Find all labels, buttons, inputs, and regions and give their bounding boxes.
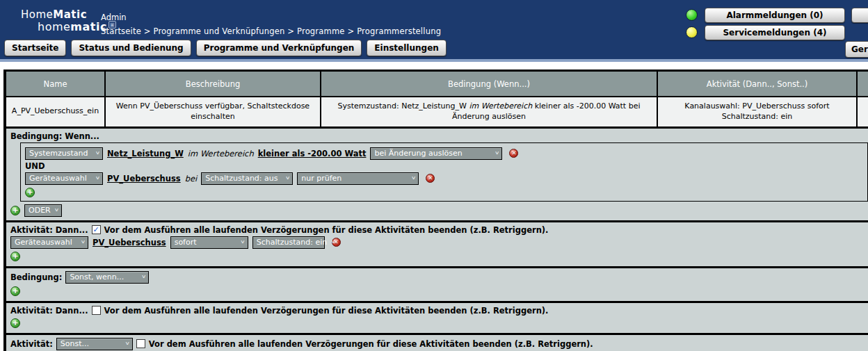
elseif-select[interactable]: Sonst, wenn...v bbox=[65, 271, 149, 284]
program-description: Wenn PV_Üeberschuss verfügbar, Schaltste… bbox=[110, 101, 316, 122]
alarm-status-led bbox=[686, 9, 698, 21]
condition1-mode-text: im Wertebereich bbox=[188, 149, 254, 158]
chevron-down-icon: v bbox=[96, 150, 99, 156]
condition-elseif-section: Bedingung: Sonst, wenn...v + bbox=[6, 266, 868, 301]
condition2-type-select[interactable]: Geräteauswahlv bbox=[25, 172, 103, 185]
condition2-state-select[interactable]: Schaltzustand: ausv bbox=[201, 172, 293, 185]
add-activity-icon[interactable]: + bbox=[10, 252, 20, 261]
program-name-cell[interactable]: A_PV_Ueberschuss_ein bbox=[6, 97, 106, 126]
col-bedingung: Bedingung (Wenn...) bbox=[321, 72, 658, 96]
col-beschreibung: Beschreibung bbox=[106, 72, 321, 96]
program-condition-cell: Systemzustand: Netz_Leistung_W im Werteb… bbox=[321, 97, 658, 126]
condition-when-section: Bedingung: Wenn... Systemzustandv Netz_L… bbox=[6, 129, 868, 220]
retrigger-checkbox-checked[interactable]: ✓ bbox=[92, 225, 101, 234]
retrigger-label: Vor dem Ausführen alle laufenden Verzöge… bbox=[104, 225, 549, 235]
condition2-delete-icon[interactable]: ✕ bbox=[426, 174, 435, 183]
activity-then-row: Geräteauswahlv PV_Ueberschuss sofortv Sc… bbox=[10, 236, 868, 249]
chevron-down-icon: v bbox=[495, 150, 499, 156]
add-condition-icon[interactable]: + bbox=[25, 188, 35, 197]
activity-then2-label: Aktivität: Dann... bbox=[10, 306, 88, 316]
chevron-down-icon: v bbox=[55, 207, 58, 213]
nav-einstellungen-button[interactable]: Einstellungen bbox=[367, 40, 446, 56]
chevron-down-icon: v bbox=[81, 239, 85, 245]
main-nav: Startseite Status und Bedienung Programm… bbox=[4, 40, 447, 56]
chevron-down-icon: v bbox=[412, 175, 415, 181]
nav-status-bedienung-button[interactable]: Status und Bedienung bbox=[71, 40, 191, 56]
combine-operator-select[interactable]: ODERv bbox=[24, 204, 62, 217]
chevron-down-icon: v bbox=[142, 274, 145, 279]
activity-timing-select[interactable]: sofortv bbox=[170, 236, 248, 249]
col-name: Name bbox=[6, 72, 106, 96]
condition-when-label: Bedingung: Wenn... bbox=[10, 131, 99, 141]
activity-then-section: Aktivität: Dann... ✓ Vor dem Ausführen a… bbox=[6, 220, 868, 266]
chevron-down-icon: v bbox=[125, 341, 129, 346]
retrigger-label: Vor dem Ausführen alle laufenden Verzöge… bbox=[104, 306, 549, 316]
chevron-down-icon: v bbox=[96, 175, 99, 181]
add-then2-activity-icon[interactable]: + bbox=[10, 318, 20, 328]
retrigger-checkbox-unchecked[interactable] bbox=[92, 306, 101, 315]
col-aktivitaet: Aktivität (Dann.., Sonst..) bbox=[658, 72, 858, 96]
condition-elseif-label: Bedingung: bbox=[10, 272, 62, 282]
program-partial-cell bbox=[858, 97, 868, 126]
add-condition-group-icon[interactable]: + bbox=[10, 206, 20, 215]
condition-group-box: Systemzustandv Netz_Leistung_W im Werteb… bbox=[20, 142, 868, 202]
condition2-mode-text: bei bbox=[185, 174, 198, 183]
activity-line1: Kanalauswahl: PV_Ueberschuss sofort bbox=[662, 101, 852, 112]
condition-summary: Systemzustand: Netz_Leistung_W im Werteb… bbox=[326, 101, 652, 122]
chevron-down-icon: v bbox=[241, 239, 244, 245]
chevron-down-icon: v bbox=[286, 175, 289, 181]
program-editor-panel: Name Beschreibung Bedingung (Wenn...) Ak… bbox=[3, 70, 868, 351]
program-activity-cell: Kanalauswahl: PV_Ueberschuss sofort Scha… bbox=[658, 97, 858, 126]
condition1-trigger-select[interactable]: bei Änderung auslösenv bbox=[370, 147, 502, 160]
cutoff-top-right-button[interactable] bbox=[851, 8, 868, 23]
user-label: Admin bbox=[101, 13, 441, 22]
retrigger-label: Vor dem Ausführen alle laufenden Verzöge… bbox=[149, 339, 593, 349]
activity-channel-link[interactable]: PV_Ueberschuss bbox=[93, 238, 166, 247]
condition1-channel-link[interactable]: Netz_Leistung_W bbox=[107, 149, 184, 158]
condition-operator-label: UND bbox=[25, 161, 863, 171]
alarmmeldungen-button[interactable]: Alarmmeldungen (0) bbox=[705, 8, 845, 23]
condition-row-1: Systemzustandv Netz_Leistung_W im Werteb… bbox=[25, 147, 863, 160]
program-table-row: A_PV_Ueberschuss_ein Wenn PV_Üeberschuss… bbox=[6, 96, 868, 129]
activity-type-select[interactable]: Geräteauswahlv bbox=[10, 236, 88, 249]
condition2-trigger-select[interactable]: nur prüfenv bbox=[297, 172, 419, 185]
program-description-cell[interactable]: Wenn PV_Üeberschuss verfügbar, Schaltste… bbox=[106, 97, 321, 126]
activity-else-label: Aktivität: bbox=[10, 339, 53, 349]
logo-line1-light: Home bbox=[21, 8, 53, 21]
condition1-type-select[interactable]: Systemzustandv bbox=[25, 147, 103, 160]
program-table-header: Name Beschreibung Bedingung (Wenn...) Ak… bbox=[6, 72, 868, 96]
nav-programme-verknuepfungen-button[interactable]: Programme und Verknüpfungen bbox=[196, 40, 362, 56]
activity-then2-section: Aktivität: Dann... Vor dem Ausführen all… bbox=[6, 301, 868, 333]
condition-row-2: Geräteauswahlv PV_Ueberschuss bei Schalt… bbox=[25, 172, 863, 185]
logo-line2-light: home bbox=[38, 21, 70, 34]
logo-line1-bold: Matic bbox=[53, 8, 87, 21]
condition2-channel-link[interactable]: PV_Ueberschuss bbox=[107, 174, 181, 183]
condition1-value-link[interactable]: kleiner als -200.00 Watt bbox=[258, 149, 367, 158]
nav-startseite-button[interactable]: Startseite bbox=[4, 40, 66, 56]
geraete-button[interactable]: Gerät bbox=[845, 41, 868, 58]
breadcrumb: Startseite > Programme und Verknüpfungen… bbox=[101, 26, 441, 36]
servicemeldungen-button[interactable]: Servicemeldungen (4) bbox=[705, 25, 845, 40]
service-status-led bbox=[686, 26, 698, 38]
activity-else-section: Aktivität: Sonst...v Vor dem Ausführen a… bbox=[6, 333, 868, 351]
activity-state-select[interactable]: Schaltzustand: einv bbox=[252, 236, 325, 249]
col-partial bbox=[858, 72, 868, 96]
program-name: A_PV_Ueberschuss_ein bbox=[10, 106, 100, 117]
else-select[interactable]: Sonst...v bbox=[56, 338, 133, 350]
activity-line2: Schaltzustand: ein bbox=[662, 112, 852, 122]
header-bar: HomeMatic homematic▣ Admin Startseite > … bbox=[0, 0, 868, 62]
retrigger-checkbox-else[interactable] bbox=[136, 339, 145, 348]
condition-combine-row: + ODERv bbox=[10, 204, 868, 217]
activity-then-label: Aktivität: Dann... bbox=[10, 225, 88, 235]
add-elseif-condition-icon[interactable]: + bbox=[10, 286, 20, 296]
chevron-down-icon: v bbox=[331, 239, 335, 245]
condition1-delete-icon[interactable]: ✕ bbox=[509, 149, 518, 158]
